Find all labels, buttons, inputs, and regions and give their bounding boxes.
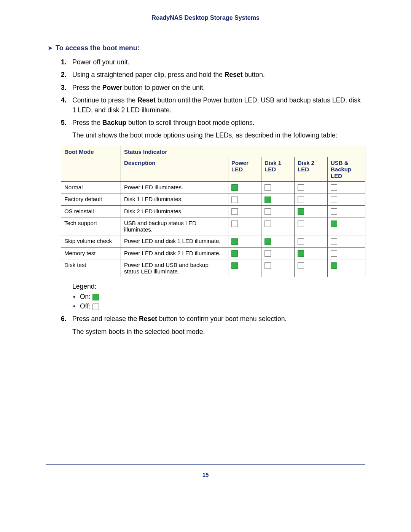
td-led-usb [328,193,365,206]
legend-title: Legend: [72,283,365,291]
td-description: Power LED and USB and backup status LED … [121,259,228,277]
led-off-icon [264,220,271,227]
bold-text: Reset [225,71,243,78]
led-off-icon [264,262,271,269]
led-off-icon [331,184,337,191]
page: ReadyNAS Desktop Storage Systems ➤To acc… [0,0,411,495]
led-on-icon [331,262,337,269]
led-on-icon [231,184,238,191]
led-off-icon [231,208,238,215]
text: On: [80,293,91,300]
td-boot-mode: OS reinstall [61,205,121,217]
td-led-power [228,193,261,206]
chevron-right-icon: ➤ [48,45,53,51]
td-boot-mode: Skip volume check [61,235,121,248]
td-led-disk2 [295,181,328,193]
steps-list-cont: 6. Press and release the Reset button to… [61,314,365,337]
td-led-disk2 [295,235,328,248]
section-heading-text: To access the boot menu: [56,44,140,52]
td-led-usb [328,235,365,248]
step-text: Using a straightened paper clip, press a… [72,70,365,80]
td-led-usb [328,247,365,259]
led-off-icon [331,197,337,203]
step-number: 5. [61,118,67,128]
led-off-icon [231,220,238,227]
led-on-icon [331,220,337,227]
td-led-power [228,247,261,259]
text: Press the [72,84,102,91]
step-paragraph: The unit shows the boot mode options usi… [72,131,365,140]
th-status-indicator: Status Indicator [121,146,365,157]
td-led-power [228,259,261,277]
td-boot-mode: Tech support [61,217,121,235]
td-led-power [228,205,261,217]
td-led-usb [328,259,365,277]
td-led-disk2 [295,205,328,217]
td-description: Power LED illuminates. [121,181,228,193]
led-on-icon [264,238,271,245]
step-6: 6. Press and release the Reset button to… [61,314,365,337]
step-number: 2. [61,70,67,80]
text: Press and release the [72,315,139,323]
th-usb-backup-led: USB & Backup LED [328,157,365,182]
text: button to confirm your boot menu selecti… [157,315,287,323]
section-heading: ➤To access the boot menu: [48,44,365,52]
text: Off: [80,302,91,310]
legend-on: On: [80,293,365,301]
td-led-disk2 [295,247,328,259]
text: Continue to press the [72,96,137,104]
td-led-disk1 [261,259,295,277]
led-on-icon [231,262,238,269]
step-text: Press the Backup button to scroll throug… [72,118,365,141]
td-led-disk1 [261,193,295,206]
text: button to power on the unit. [122,84,205,91]
led-off-icon [298,262,304,269]
text: Using a straightened paper clip, press a… [72,71,225,78]
th-disk1-led: Disk 1 LED [261,157,295,182]
led-on-icon [298,208,304,215]
boot-mode-table: Boot Mode Status Indicator Description P… [61,146,365,278]
text: Press the [72,119,102,126]
led-off-icon [331,208,337,215]
led-on-icon [92,294,99,300]
step-5: 5. Press the Backup button to scroll thr… [61,118,365,141]
legend-off: Off: [80,302,365,310]
step-text: Press the Power button to power on the u… [72,83,365,93]
text: button to scroll through boot mode optio… [126,119,255,126]
led-off-icon [331,238,337,245]
td-led-disk2 [295,193,328,206]
td-led-disk1 [261,205,295,217]
led-off-icon [331,250,337,257]
step-number: 1. [61,58,67,67]
th-description: Description [121,157,228,182]
led-on-icon [231,238,238,245]
td-led-usb [328,205,365,217]
text: button. [243,71,265,78]
bold-text: Reset [137,96,156,104]
td-led-disk1 [261,235,295,248]
td-led-power [228,235,261,248]
td-boot-mode: Disk test [61,259,121,277]
td-led-disk1 [261,217,295,235]
td-description: Power LED and disk 2 LED illuminate. [121,247,228,259]
legend: Legend: On: Off: [61,283,365,310]
td-boot-mode: Normal [61,181,121,193]
td-led-power [228,217,261,235]
led-off-icon [264,208,271,215]
step-4: 4. Continue to press the Reset button un… [61,96,365,115]
td-description: Disk 1 LED illuminates. [121,193,228,206]
bold-text: Reset [139,315,157,323]
td-led-power [228,181,261,193]
footer-divider [46,464,365,465]
led-on-icon [298,250,304,257]
led-off-icon [298,197,304,203]
td-description: Disk 2 LED illuminates. [121,205,228,217]
td-boot-mode: Memory test [61,247,121,259]
led-off-icon [298,184,304,191]
th-power-led: Power LED [228,157,261,182]
step-1: 1. Power off your unit. [61,58,365,67]
table-row: OS reinstallDisk 2 LED illuminates. [61,205,365,217]
step-number: 3. [61,83,67,93]
table-row: Factory defaultDisk 1 LED illuminates. [61,193,365,206]
step-text: Press and release the Reset button to co… [72,314,365,337]
